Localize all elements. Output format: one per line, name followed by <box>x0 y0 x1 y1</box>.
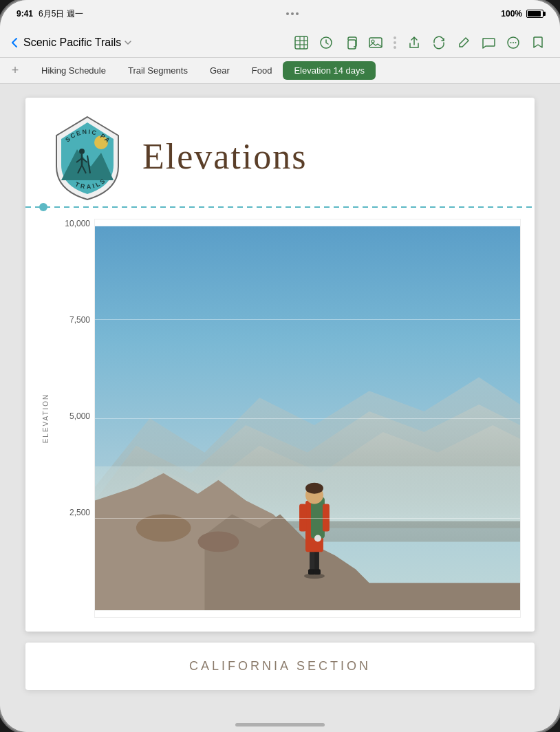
table-icon[interactable] <box>290 32 312 54</box>
toolbar-icons <box>290 32 549 54</box>
footer-section: CALIFORNIA SECTION <box>25 643 535 690</box>
svg-rect-32 <box>314 569 321 574</box>
status-bar: 9:41 6月5日 週一 100% <box>0 0 560 28</box>
svg-rect-30 <box>314 548 319 572</box>
y-label-10000: 10,000 <box>65 219 90 228</box>
grid-line-7500 <box>95 319 520 320</box>
svg-point-8 <box>371 40 374 43</box>
grid-line-5000 <box>95 418 520 419</box>
page-title: Elevations <box>142 136 308 177</box>
tab-elevation[interactable]: Elevation 14 days <box>283 61 376 80</box>
y-axis-title: ELEVATION <box>42 394 50 444</box>
back-button[interactable] <box>11 37 18 48</box>
clock-icon[interactable] <box>315 32 337 54</box>
y-label-7500: 7,500 <box>69 315 90 325</box>
y-label-2500: 2,500 <box>69 508 90 517</box>
grid-line-top <box>95 219 520 220</box>
svg-point-11 <box>513 42 514 43</box>
svg-rect-29 <box>310 548 314 572</box>
copy-icon[interactable] <box>340 32 362 54</box>
svg-point-12 <box>515 42 517 43</box>
svg-point-10 <box>510 42 512 43</box>
grid-line-2500 <box>95 518 520 519</box>
svg-point-26 <box>136 515 191 542</box>
annotate-icon[interactable] <box>453 32 475 54</box>
battery-icon <box>526 10 543 18</box>
dot-left <box>39 203 47 211</box>
status-bar-left: 9:41 6月5日 週一 <box>17 8 83 20</box>
media-icon[interactable] <box>365 32 387 54</box>
svg-rect-0 <box>295 36 308 49</box>
content-area: SCENIC PACIFIC TRAILS Elevations <box>0 84 560 732</box>
svg-point-27 <box>198 531 239 552</box>
chart-container: ELEVATION 10,000 7,500 5,000 2,500 <box>39 219 521 618</box>
chevron-down-icon[interactable] <box>124 39 132 47</box>
dashed-divider <box>25 206 535 208</box>
tab-food[interactable]: Food <box>241 61 283 80</box>
comment-icon[interactable] <box>477 32 499 54</box>
svg-point-35 <box>314 535 321 541</box>
tab-trail-segments[interactable]: Trail Segments <box>117 61 199 80</box>
date: 6月5日 週一 <box>39 8 83 20</box>
refresh-icon[interactable] <box>428 32 450 54</box>
home-indicator <box>235 723 325 726</box>
svg-point-39 <box>305 483 323 494</box>
chart-section: ELEVATION 10,000 7,500 5,000 2,500 <box>25 208 535 632</box>
toolbar: Scenic Pacific Trails <box>0 28 560 58</box>
footer-text: CALIFORNIA SECTION <box>39 651 521 682</box>
time: 9:41 <box>17 9 33 19</box>
separator-dots <box>394 36 396 49</box>
doc-title: Scenic Pacific Trails <box>23 36 132 49</box>
logo-svg: SCENIC PACIFIC TRAILS <box>46 111 129 201</box>
svg-point-15 <box>79 149 85 154</box>
tab-hiking-schedule[interactable]: Hiking Schedule <box>30 61 117 80</box>
tab-gear[interactable]: Gear <box>199 61 241 80</box>
add-tab-button[interactable]: + <box>6 61 25 80</box>
y-label-5000: 5,000 <box>69 411 90 421</box>
svg-rect-6 <box>348 40 356 49</box>
battery-percent: 100% <box>501 9 522 19</box>
tab-bar: + Hiking Schedule Trail Segments Gear Fo… <box>0 58 560 84</box>
bookmark-icon[interactable] <box>527 32 549 54</box>
status-bar-right: 100% <box>501 9 543 19</box>
share-icon[interactable] <box>403 32 425 54</box>
chart-y-axis: ELEVATION 10,000 7,500 5,000 2,500 <box>39 219 94 618</box>
chart-image-area <box>94 219 521 618</box>
doc-page: SCENIC PACIFIC TRAILS Elevations <box>25 98 535 632</box>
logo-container: SCENIC PACIFIC TRAILS <box>46 111 129 201</box>
ipad-frame: 9:41 6月5日 週一 100% Scenic Pacific Trails <box>0 0 560 732</box>
more-icon[interactable] <box>502 32 524 54</box>
doc-header: SCENIC PACIFIC TRAILS Elevations <box>25 98 535 208</box>
signal-dots <box>286 12 299 15</box>
